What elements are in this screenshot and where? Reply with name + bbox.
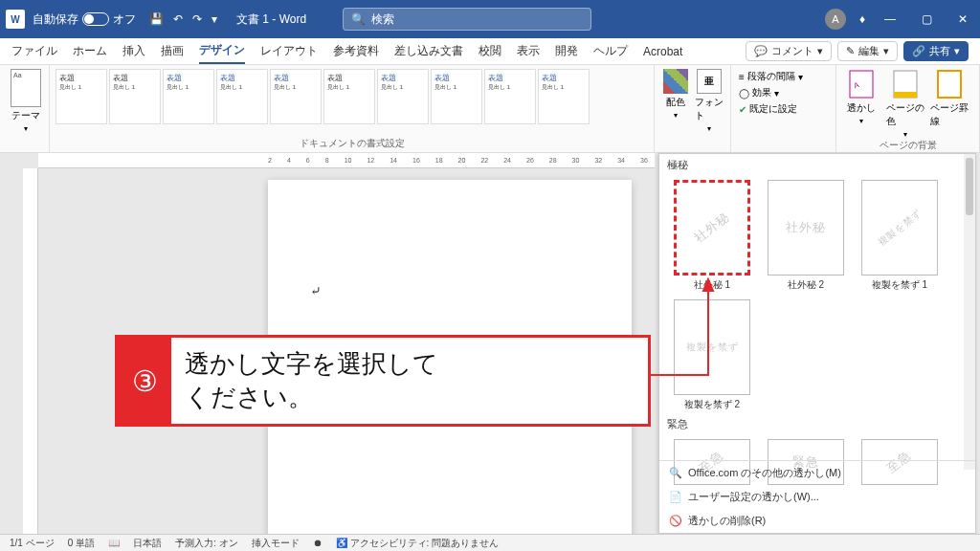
quick-access-toolbar: 💾 ↶ ↷ ▾ (149, 12, 217, 26)
watermark-gallery-panel: 極秘 社外秘 社外秘 1 社外秘 社外秘 2 複製を禁ず 複製を禁ず 1 複製を… (658, 153, 976, 534)
effects-icon: ◯ (739, 88, 749, 99)
page-icon: 📄 (669, 491, 682, 504)
document-title: 文書 1 - Word (236, 11, 306, 28)
watermark-option-donotcopy-2[interactable]: 複製を禁ず 複製を禁ず 2 (669, 299, 755, 411)
remove-watermark[interactable]: 🚫透かしの削除(R) (659, 509, 975, 533)
check-icon: ✔ (739, 104, 746, 115)
tab-home[interactable]: ホーム (73, 39, 107, 63)
ribbon-tabs: ファイル ホーム 挿入 描画 デザイン レイアウト 参考資料 差し込み文書 校閲… (0, 38, 980, 65)
tab-file[interactable]: ファイル (11, 39, 57, 63)
title-bar: W 自動保存 オフ 💾 ↶ ↷ ▾ 文書 1 - Word 🔍 検索 A ♦ —… (0, 0, 980, 38)
editing-mode-button[interactable]: ✎ 編集 ▾ (837, 41, 898, 61)
svg-rect-3 (894, 92, 917, 98)
insert-mode-status[interactable]: 挿入モード (252, 537, 300, 550)
share-button[interactable]: 🔗 共有 ▾ (903, 41, 969, 61)
watermark-icon: A (848, 69, 875, 99)
document-formatting-gallery[interactable]: 表題見出し 1 表題見出し 1 表題見出し 1 表題見出し 1 表題見出し 1 … (56, 69, 648, 124)
group-label: ドキュメントの書式設定 (56, 137, 648, 150)
style-thumb[interactable]: 表題見出し 1 (270, 69, 322, 124)
qat-more-icon[interactable]: ▾ (212, 12, 217, 26)
tab-help[interactable]: ヘルプ (593, 39, 628, 63)
minimize-button[interactable]: — (879, 12, 902, 26)
page-color-button[interactable]: ページの色▾ (886, 69, 924, 139)
style-thumb[interactable]: 表題見出し 1 (484, 69, 536, 124)
page-count[interactable]: 1/1 ページ (10, 537, 55, 550)
instruction-callout: ③ 透かし文字を選択して ください。 (115, 335, 651, 427)
close-button[interactable]: ✕ (951, 12, 974, 26)
tab-references[interactable]: 参考資料 (333, 39, 379, 63)
search-icon: 🔍 (351, 12, 366, 26)
toggle-off-icon[interactable] (82, 12, 109, 26)
page-border-icon (936, 69, 963, 99)
colors-button[interactable]: 配色▾ (660, 69, 691, 120)
tab-draw[interactable]: 描画 (161, 39, 184, 63)
style-thumb[interactable]: 表題見出し 1 (109, 69, 161, 124)
save-icon[interactable]: 💾 (149, 12, 164, 26)
tab-design[interactable]: デザイン (199, 38, 245, 64)
macro-record-icon[interactable]: ⏺ (313, 538, 323, 548)
callout-text: 透かし文字を選択して ください。 (171, 338, 648, 424)
search-icon: 🔍 (669, 467, 682, 480)
effects-button[interactable]: ◯効果 ▾ (737, 85, 830, 100)
delete-icon: 🚫 (669, 515, 682, 528)
group-label: ページの背景 (842, 139, 973, 152)
style-thumb[interactable]: 表題見出し 1 (377, 69, 429, 124)
tab-review[interactable]: 校閲 (479, 39, 501, 63)
search-placeholder: 検索 (371, 11, 394, 28)
watermark-option-donotcopy-1[interactable]: 複製を禁ず 複製を禁ず 1 (857, 180, 943, 292)
theme-icon: Aa (11, 69, 41, 107)
paragraph-mark-icon: ⤶ (310, 283, 322, 298)
style-thumb[interactable]: 表題見出し 1 (216, 69, 268, 124)
undo-icon[interactable]: ↶ (173, 12, 183, 26)
redo-icon[interactable]: ↷ (192, 12, 202, 26)
autosave-state: オフ (113, 11, 136, 28)
style-thumb[interactable]: 表題見出し 1 (323, 69, 375, 124)
panel-scrollbar[interactable] (964, 154, 975, 470)
colors-icon (663, 69, 688, 94)
word-app-icon: W (6, 10, 25, 29)
section-confidential: 極秘 (659, 154, 975, 176)
horizontal-ruler[interactable]: 2468101214161820222426283032343638 (38, 153, 655, 168)
set-default-button[interactable]: ✔既定に設定 (737, 101, 830, 117)
language-status[interactable]: 日本語 (133, 537, 162, 550)
vertical-ruler[interactable] (23, 168, 38, 534)
style-thumb[interactable]: 表題見出し 1 (431, 69, 482, 124)
themes-button[interactable]: Aa テーマ ▾ (6, 69, 46, 133)
style-thumb[interactable]: 表題見出し 1 (163, 69, 214, 124)
comments-button[interactable]: 💬 コメント ▾ (746, 41, 832, 61)
account-avatar[interactable]: A (825, 9, 846, 30)
fonts-button[interactable]: 亜フォント▾ (695, 69, 725, 133)
fonts-icon: 亜 (697, 69, 722, 94)
accessibility-status[interactable]: ♿ アクセシビリティ: 問題ありません (336, 537, 500, 550)
watermark-button[interactable]: A 透かし▾ (842, 69, 880, 139)
tab-layout[interactable]: レイアウト (260, 39, 318, 63)
page-borders-button[interactable]: ページ罫線 (930, 69, 969, 139)
tab-view[interactable]: 表示 (517, 39, 540, 63)
tab-insert[interactable]: 挿入 (122, 39, 145, 63)
page-color-icon (892, 69, 919, 99)
tab-acrobat[interactable]: Acrobat (643, 41, 682, 62)
paragraph-spacing-button[interactable]: ≡段落の間隔 ▾ (737, 69, 830, 84)
spacing-icon: ≡ (739, 72, 745, 82)
svg-rect-4 (938, 71, 961, 98)
custom-watermark[interactable]: 📄ユーザー設定の透かし(W)... (659, 485, 975, 509)
word-count[interactable]: 0 単語 (68, 537, 95, 550)
watermark-panel-footer: 🔍Office.com のその他の透かし(M) 📄ユーザー設定の透かし(W)..… (659, 460, 975, 533)
more-watermarks-office[interactable]: 🔍Office.com のその他の透かし(M) (659, 461, 975, 485)
spellcheck-icon[interactable]: 📖 (108, 538, 120, 548)
tab-developer[interactable]: 開発 (555, 39, 578, 63)
watermark-option-confidential-2[interactable]: 社外秘 社外秘 2 (763, 180, 849, 292)
autosave-toggle[interactable]: 自動保存 オフ (33, 11, 136, 28)
chevron-down-icon: ▾ (24, 124, 28, 133)
diamond-icon[interactable]: ♦ (859, 12, 865, 26)
predictive-input-status[interactable]: 予測入力: オン (175, 537, 238, 550)
style-thumb[interactable]: 表題見出し 1 (56, 69, 107, 124)
autosave-label: 自動保存 (33, 11, 78, 28)
tab-mailings[interactable]: 差し込み文書 (394, 39, 463, 63)
search-box[interactable]: 🔍 検索 (343, 8, 591, 31)
watermark-option-confidential-1[interactable]: 社外秘 社外秘 1 (669, 180, 755, 292)
scrollbar-thumb[interactable] (966, 158, 973, 215)
maximize-button[interactable]: ▢ (915, 12, 938, 26)
ribbon: Aa テーマ ▾ 表題見出し 1 表題見出し 1 表題見出し 1 表題見出し 1… (0, 65, 980, 153)
style-thumb[interactable]: 表題見出し 1 (538, 69, 590, 124)
